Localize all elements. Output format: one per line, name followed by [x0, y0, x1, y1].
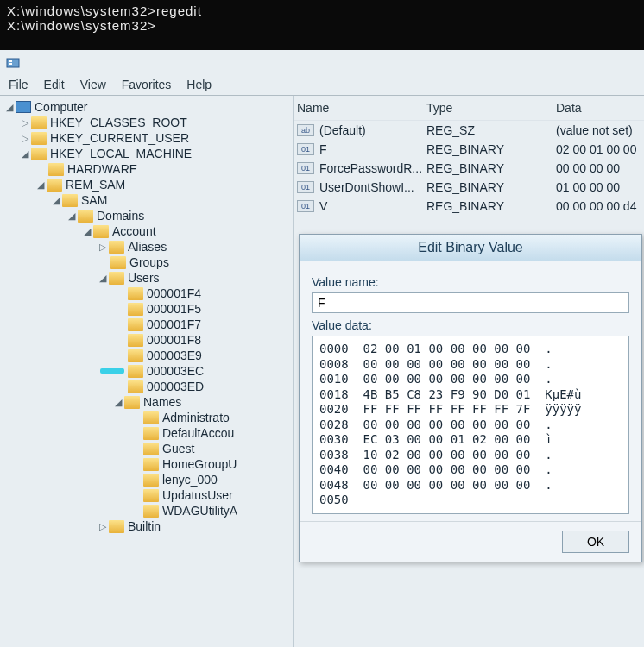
folder-icon	[78, 210, 93, 223]
expander-icon[interactable]: ◢	[81, 226, 93, 237]
tree-node[interactable]: 000001F8	[147, 333, 201, 347]
expander-icon[interactable]: ▷	[97, 521, 109, 532]
expander-icon[interactable]: ◢	[35, 179, 47, 191]
regedit-window: File Edit View Favorites Help ◢Computer …	[0, 50, 644, 647]
folder-icon	[143, 474, 159, 487]
tree-node[interactable]: 000001F5	[147, 302, 201, 316]
tree-node[interactable]: lenyc_000	[162, 473, 218, 487]
expander-icon[interactable]: ▷	[19, 133, 31, 144]
columns-header: Name Type Data	[294, 96, 644, 121]
expander-icon[interactable]: ◢	[112, 397, 124, 408]
value-data: 00 00 00 00 d4	[556, 199, 641, 213]
tree-node-computer[interactable]: Computer	[35, 100, 87, 114]
menu-view[interactable]: View	[80, 78, 106, 91]
value-row[interactable]: 01FREG_BINARY02 00 01 00 00	[294, 140, 644, 159]
tree-node[interactable]: HKEY_CLASSES_ROOT	[50, 116, 187, 129]
tree-node[interactable]: Administrato	[162, 411, 230, 424]
menu-help[interactable]: Help	[186, 78, 212, 91]
value-row[interactable]: ab(Default)REG_SZ(value not set)	[294, 121, 644, 140]
menu-bar: File Edit View Favorites Help	[0, 74, 644, 96]
tree-node[interactable]: Aliases	[128, 240, 167, 254]
tree-node[interactable]: HomeGroupU	[162, 457, 237, 471]
tree-node[interactable]: REM_SAM	[66, 178, 125, 192]
tree-node[interactable]: WDAGUtilityA	[162, 504, 237, 518]
value-name-input[interactable]	[312, 292, 629, 313]
tree-node[interactable]: SAM	[81, 193, 107, 207]
col-data[interactable]: Data	[556, 101, 641, 115]
col-type[interactable]: Type	[426, 101, 556, 115]
value-type-icon: 01	[297, 162, 314, 174]
folder-icon	[143, 427, 159, 440]
value-type: REG_BINARY	[426, 180, 556, 194]
value-type-icon: 01	[297, 200, 314, 212]
ok-button[interactable]: OK	[562, 531, 629, 553]
expander-icon[interactable]: ▷	[19, 117, 31, 129]
tree-node[interactable]: HKEY_LOCAL_MACHINE	[50, 147, 192, 160]
value-row[interactable]: 01UserDontShowI...REG_BINARY01 00 00 00	[294, 178, 644, 197]
tree-node[interactable]: 000001F4	[147, 286, 201, 300]
folder-icon	[109, 272, 124, 285]
tree-node[interactable]: DefaultAccou	[162, 426, 234, 440]
expander-icon[interactable]: ◢	[50, 195, 62, 206]
menu-favorites[interactable]: Favorites	[122, 78, 172, 91]
value-type: REG_BINARY	[426, 142, 556, 156]
folder-icon	[31, 116, 47, 129]
folder-icon	[128, 349, 143, 362]
value-type: REG_BINARY	[426, 199, 556, 213]
folder-icon	[109, 520, 124, 533]
folder-icon	[93, 225, 109, 238]
tree-node[interactable]: HARDWARE	[67, 162, 137, 176]
registry-tree[interactable]: ◢Computer ▷HKEY_CLASSES_ROOT ▷HKEY_CURRE…	[0, 96, 294, 647]
value-name: (Default)	[319, 123, 366, 137]
menu-file[interactable]: File	[9, 78, 28, 91]
expander-icon[interactable]: ◢	[19, 148, 31, 160]
folder-icon	[128, 334, 143, 347]
value-row[interactable]: 01VREG_BINARY00 00 00 00 d4	[294, 197, 644, 216]
folder-icon	[48, 163, 64, 176]
tree-node[interactable]: Groups	[129, 255, 169, 269]
expander-icon[interactable]: ▷	[97, 242, 109, 253]
tree-node[interactable]: Builtin	[128, 519, 161, 533]
expander-icon[interactable]: ◢	[97, 273, 109, 284]
value-row[interactable]: 01ForcePasswordR...REG_BINARY00 00 00 00	[294, 159, 644, 178]
computer-icon	[16, 101, 31, 113]
tree-node[interactable]: Account	[112, 224, 156, 238]
folder-icon	[31, 148, 47, 160]
value-data: 02 00 01 00 00	[556, 142, 641, 156]
tree-node[interactable]: 000001F7	[147, 317, 201, 331]
svg-rect-1	[9, 60, 12, 62]
col-name[interactable]: Name	[297, 101, 426, 115]
folder-icon	[143, 411, 159, 424]
values-pane: Name Type Data ab(Default)REG_SZ(value n…	[294, 96, 644, 647]
tree-node[interactable]: Domains	[97, 209, 144, 223]
folder-icon	[143, 458, 159, 471]
tree-node[interactable]: 000003ED	[147, 380, 204, 393]
value-data: 00 00 00 00	[556, 161, 641, 175]
folder-icon	[47, 179, 62, 192]
value-type-icon: 01	[297, 143, 314, 155]
app-icon	[0, 50, 644, 74]
hex-editor[interactable]: 0000 02 00 01 00 00 00 00 00 . 0008 00 0…	[312, 336, 629, 514]
folder-icon	[62, 194, 78, 207]
folder-icon	[109, 241, 124, 254]
expander-icon[interactable]: ◢	[66, 210, 78, 222]
tree-node[interactable]: Names	[143, 395, 181, 409]
menu-edit[interactable]: Edit	[44, 78, 65, 91]
command-prompt: X:\windows\system32>regedit X:\windows\s…	[0, 0, 644, 50]
value-type-icon: 01	[297, 181, 314, 193]
tree-node[interactable]: HKEY_CURRENT_USER	[50, 131, 189, 145]
expander-icon[interactable]: ◢	[3, 102, 16, 113]
tree-node[interactable]: Guest	[162, 442, 194, 455]
tree-node[interactable]: 000003E9	[147, 349, 202, 362]
folder-icon	[124, 396, 140, 409]
cmd-line: X:\windows\system32>regedit	[7, 3, 637, 18]
tree-node[interactable]: Users	[128, 271, 160, 285]
tree-node-selected[interactable]: 000003EC	[147, 364, 204, 378]
value-type: REG_BINARY	[426, 161, 556, 175]
value-type-icon: ab	[297, 124, 314, 136]
edit-binary-dialog: Edit Binary Value Value name: Value data…	[299, 234, 642, 562]
tree-node[interactable]: UpdatusUser	[162, 488, 233, 502]
folder-icon	[128, 365, 143, 378]
value-type: REG_SZ	[426, 123, 556, 137]
value-name: UserDontShowI...	[319, 180, 414, 194]
